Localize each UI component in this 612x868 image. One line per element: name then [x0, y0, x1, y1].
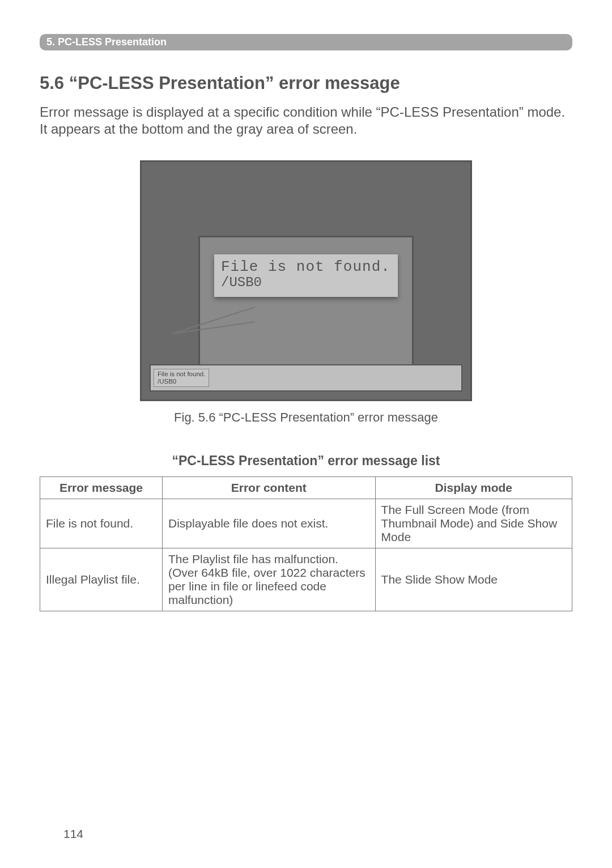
cell-content: The Playlist file has malfunction. (Over… — [162, 548, 375, 611]
error-table: Error message Error content Display mode… — [40, 476, 572, 611]
error-dialog-line1: File is not found. — [221, 259, 391, 275]
figure-outer-screen: File is not found. /USB0 File is not fou… — [140, 160, 472, 401]
error-dialog-line2: /USB0 — [221, 275, 391, 290]
table-row: File is not found. Displayable file does… — [40, 499, 572, 548]
document-page: 5. PC-LESS Presentation 5.6 “PC-LESS Pre… — [0, 0, 612, 611]
chapter-banner-label: 5. PC-LESS Presentation — [46, 36, 167, 48]
error-dialog: File is not found. /USB0 — [214, 254, 398, 297]
cell-msg: Illegal Playlist file. — [40, 548, 163, 611]
figure-footer-line1: File is not found. — [158, 371, 205, 378]
table-row: Illegal Playlist file. The Playlist file… — [40, 548, 572, 611]
figure-footer-line2: /USB0 — [158, 378, 205, 385]
table-header-content: Error content — [162, 477, 375, 499]
figure-caption: Fig. 5.6 “PC-LESS Presentation” error me… — [174, 410, 438, 425]
figure-inner-screen: File is not found. /USB0 — [198, 236, 414, 380]
table-header-msg: Error message — [40, 477, 163, 499]
figure-footer-bar: File is not found. /USB0 — [150, 364, 462, 392]
cell-msg: File is not found. — [40, 499, 163, 548]
cell-mode: The Slide Show Mode — [375, 548, 572, 611]
section-title: 5.6 “PC-LESS Presentation” error message — [40, 73, 572, 93]
intro-paragraph: Error message is displayed at a specific… — [40, 104, 572, 138]
figure-footer-chip: File is not found. /USB0 — [154, 369, 209, 386]
table-header-mode: Display mode — [375, 477, 572, 499]
page-number: 114 — [63, 827, 83, 841]
table-header-row: Error message Error content Display mode — [40, 477, 572, 499]
table-title: “PC-LESS Presentation” error message lis… — [40, 453, 572, 469]
chapter-banner: 5. PC-LESS Presentation — [40, 34, 572, 50]
cell-mode: The Full Screen Mode (from Thumbnail Mod… — [375, 499, 572, 548]
cell-content: Displayable file does not exist. — [162, 499, 375, 548]
figure: File is not found. /USB0 File is not fou… — [40, 160, 572, 425]
